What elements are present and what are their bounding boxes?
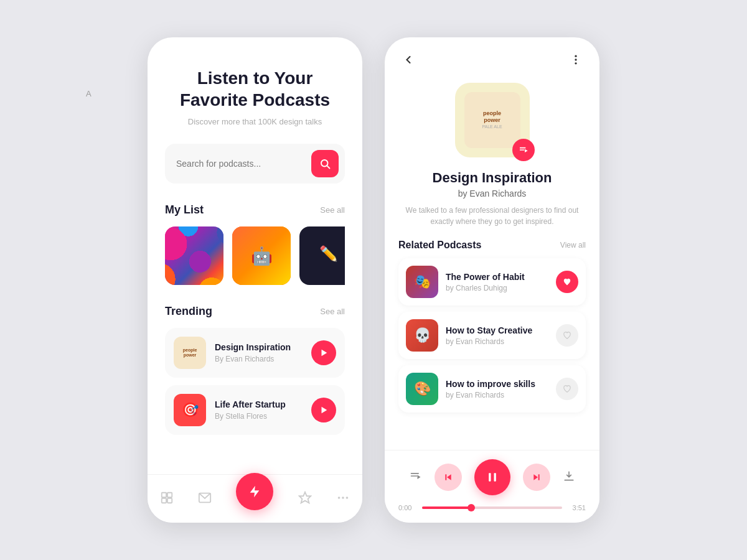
screens-container: Listen to YourFavorite Podcasts Discover… [148,37,599,523]
podcast-cover-wrapper: peoplepowerPALE ALE [455,83,530,157]
trending-thumb-di: peoplepower [174,337,206,369]
next-icon [532,472,542,482]
view-all-button[interactable]: View all [560,241,586,250]
nav-messages[interactable] [198,491,212,505]
svg-marker-19 [525,149,528,152]
podcast-title: Design Inspiration [433,170,552,186]
bottom-nav [148,474,362,523]
related-author-1: by Evan Richards [446,337,548,346]
related-name-2: How to improve skills [446,379,548,389]
svg-point-14 [575,55,576,57]
related-thumb-creative: 💀 [406,319,438,352]
player: 0:00 3:51 [385,450,599,523]
my-list-see-all[interactable]: See all [320,205,345,215]
trending-name-0: Design Inspiration [215,342,303,352]
left-content: Listen to YourFavorite Podcasts Discover… [148,37,362,473]
download-button[interactable] [563,470,575,485]
play-button-0[interactable] [311,340,336,365]
progress-fill [422,506,471,509]
search-button[interactable] [311,150,339,177]
queue-icon[interactable] [410,470,422,485]
related-thumb-skills: 🎨 [406,373,438,405]
related-author-2: by Evan Richards [446,391,548,399]
next-button[interactable] [523,464,550,491]
star-icon [298,491,312,505]
svg-rect-25 [489,473,491,481]
trending-list: peoplepower Design Inspiration By Evan R… [165,328,345,435]
trending-author-1: By Stella Flores [215,412,303,421]
trending-header: Trending See all [165,305,345,318]
like-button-2[interactable] [556,378,578,400]
phone-left: Listen to YourFavorite Podcasts Discover… [148,37,362,523]
svg-marker-23 [447,474,451,480]
svg-rect-24 [445,474,446,480]
watermark: A [86,89,92,98]
nav-favorites[interactable] [298,491,312,505]
svg-rect-7 [167,498,172,502]
play-button-1[interactable] [311,398,336,422]
related-item-2[interactable]: 🎨 How to improve skills by Evan Richards [398,365,586,413]
trending-title: Trending [165,305,212,318]
trending-item-1[interactable]: Life After Startup By Stella Flores [165,385,345,435]
progress-dot [467,504,475,511]
heart-outline-icon-2 [563,385,571,393]
nav-home[interactable] [160,491,174,505]
related-title: Related Podcasts [398,240,481,251]
svg-marker-27 [533,474,538,480]
more-dots-icon [570,54,582,66]
list-item-dark[interactable] [299,226,345,285]
player-controls [398,459,586,495]
related-info-2: How to improve skills by Evan Richards [446,379,548,399]
related-item-0[interactable]: 🎭 The Power of Habit by Charles Duhigg [398,258,586,306]
like-button-0[interactable] [556,271,578,293]
svg-point-15 [575,58,576,60]
related-info-0: The Power of Habit by Charles Duhigg [446,272,548,292]
search-bar [165,144,345,184]
svg-rect-6 [161,498,166,502]
svg-marker-22 [417,475,420,479]
my-list-cards: 🤖 [165,226,345,285]
phone-right: peoplepowerPALE ALE Design Inspiration b… [385,37,599,523]
flash-icon [248,485,261,498]
svg-point-13 [346,497,349,499]
search-input[interactable] [176,159,311,169]
svg-rect-28 [538,474,539,480]
svg-marker-2 [322,350,327,357]
related-item-1[interactable]: 💀 How to Stay Creative by Evan Richards [398,312,586,359]
home-icon [160,491,174,505]
list-item-orange[interactable]: 🤖 [232,226,291,285]
flash-button[interactable] [236,473,273,510]
prev-icon [443,472,453,482]
mail-icon [198,491,212,505]
progress-track[interactable] [422,506,562,509]
time-total: 3:51 [568,504,586,511]
pause-icon [486,471,499,483]
trending-thumb-las [174,394,206,426]
related-name-1: How to Stay Creative [446,325,548,335]
more-options-button[interactable] [566,50,586,73]
trending-item-0[interactable]: peoplepower Design Inspiration By Evan R… [165,328,345,378]
svg-line-1 [327,166,329,168]
podcast-author: by Evan Richards [458,189,527,198]
list-item-umbrellas[interactable] [165,226,223,285]
more-icon [336,491,350,505]
related-info-1: How to Stay Creative by Evan Richards [446,325,548,346]
prev-button[interactable] [435,464,462,491]
nav-more[interactable] [336,491,350,505]
progress-bar-row: 0:00 3:51 [398,504,586,511]
related-header: Related Podcasts View all [398,240,586,251]
search-icon [319,158,331,169]
time-current: 0:00 [398,504,416,511]
svg-rect-4 [161,492,166,497]
svg-point-16 [575,62,576,64]
podcast-cover-art: peoplepowerPALE ALE [464,92,520,148]
svg-marker-3 [322,407,327,414]
back-button[interactable] [398,50,418,73]
play-icon [319,348,328,357]
related-name-0: The Power of Habit [446,272,548,282]
svg-marker-9 [250,485,260,497]
hero-title: Listen to YourFavorite Podcasts [165,67,345,111]
like-button-1[interactable] [556,324,578,347]
pause-button[interactable] [474,459,510,495]
trending-see-all[interactable]: See all [320,307,345,316]
